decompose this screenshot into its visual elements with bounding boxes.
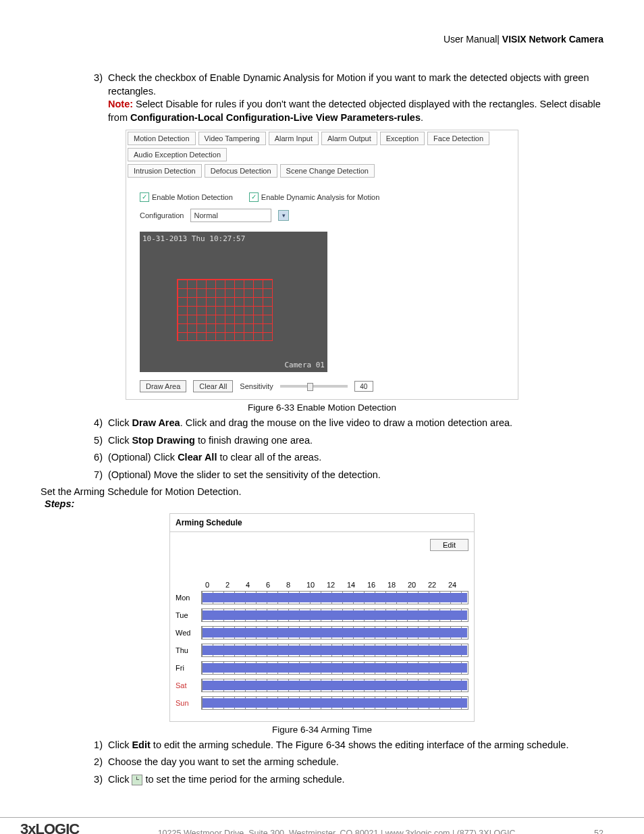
hour-tick: 18 <box>387 581 408 589</box>
schedule-bar[interactable] <box>201 679 468 692</box>
step-6-num: 6) <box>81 451 108 465</box>
schedule-bar[interactable] <box>201 644 468 657</box>
hour-tick: 12 <box>327 581 347 589</box>
tab-face-detection[interactable]: Face Detection <box>427 132 489 145</box>
page-footer: 3xLOGIC 10225 Westmoor Drive, Suite 300,… <box>0 818 644 834</box>
configuration-label: Configuration <box>140 211 184 219</box>
footer-address: 10225 Westmoor Drive, Suite 300, Westmin… <box>158 829 516 834</box>
header-left: User Manual| <box>444 34 500 45</box>
motion-area-grid <box>177 279 273 341</box>
enable-dynamic-label: Enable Dynamic Analysis for Motion <box>261 193 379 201</box>
day-label: Tue <box>176 611 201 619</box>
tab-alarm-output[interactable]: Alarm Output <box>321 132 377 145</box>
schedule-bar[interactable] <box>201 661 468 675</box>
chevron-down-icon[interactable]: ▾ <box>278 210 289 221</box>
day-label: Sun <box>176 699 201 707</box>
day-row-sat: Sat <box>176 677 468 694</box>
step-7-num: 7) <box>81 469 108 482</box>
step-4-content: Click Draw Area. Click and drag the mous… <box>108 417 603 430</box>
hour-tick: 24 <box>448 581 468 589</box>
day-row-fri: Fri <box>176 659 468 677</box>
schedule-bar[interactable] <box>201 591 468 604</box>
day-label: Mon <box>176 594 201 602</box>
hour-tick: 16 <box>367 581 387 589</box>
step-3-content: Check the checkbox of Enable Dynamic Ana… <box>108 72 603 124</box>
arming-schedule-panel: Arming Schedule Edit 0246810121416182022… <box>169 513 475 722</box>
arming-title: Arming Schedule <box>170 514 474 532</box>
hour-tick: 6 <box>266 581 286 589</box>
hour-tick: 0 <box>205 581 225 589</box>
hours-header: 024681012141618202224 <box>205 581 468 589</box>
tab-exception[interactable]: Exception <box>380 132 425 145</box>
day-label: Thu <box>176 646 201 654</box>
tab-intrusion-detection[interactable]: Intrusion Detection <box>128 164 202 178</box>
tab-row-1: Motion DetectionVideo TamperingAlarm Inp… <box>126 130 518 163</box>
hour-tick: 20 <box>408 581 428 589</box>
tab-scene-change-detection[interactable]: Scene Change Detection <box>280 164 375 178</box>
day-row-wed: Wed <box>176 624 468 642</box>
sensitivity-label: Sensitivity <box>240 382 273 390</box>
arm-step-2-num: 2) <box>81 756 108 769</box>
step-4-num: 4) <box>81 417 108 430</box>
enable-dynamic-checkbox[interactable]: ✓ <box>249 192 259 202</box>
hour-tick: 14 <box>347 581 367 589</box>
tab-alarm-input[interactable]: Alarm Input <box>269 132 319 145</box>
hour-tick: 22 <box>428 581 448 589</box>
arm-step-1-num: 1) <box>81 739 108 752</box>
edit-button[interactable]: Edit <box>430 539 468 551</box>
page-header: User Manual| VISIX Network Camera <box>41 34 603 45</box>
logo: 3xLOGIC <box>20 820 79 834</box>
hour-tick: 2 <box>225 581 246 589</box>
day-row-tue: Tue <box>176 606 468 624</box>
schedule-bar[interactable] <box>201 608 468 622</box>
video-timestamp: 10-31-2013 Thu 10:27:57 <box>142 234 245 243</box>
arm-step-3-num: 3) <box>81 773 108 787</box>
header-title: VISIX Network Camera <box>502 34 603 45</box>
day-row-sun: Sun <box>176 694 468 712</box>
day-label: Wed <box>176 629 201 637</box>
clock-icon <box>132 775 142 785</box>
sensitivity-value: 40 <box>354 381 373 392</box>
day-label: Sat <box>176 681 201 689</box>
day-row-thu: Thu <box>176 642 468 659</box>
camera-label: Camera 01 <box>284 361 325 369</box>
tab-audio-exception-detection[interactable]: Audio Exception Detection <box>128 148 227 161</box>
figure-2-caption: Figure 6-34 Arming Time <box>41 725 603 735</box>
tab-motion-detection[interactable]: Motion Detection <box>128 132 196 145</box>
draw-area-button[interactable]: Draw Area <box>140 380 186 392</box>
tab-video-tampering[interactable]: Video Tampering <box>198 132 266 145</box>
arm-step-1-content: Click Edit to edit the arming schedule. … <box>108 739 603 752</box>
configuration-select[interactable]: Normal <box>190 209 271 222</box>
step-5-num: 5) <box>81 434 108 448</box>
tab-row-2: Intrusion DetectionDefocus DetectionScen… <box>126 163 518 179</box>
steps-label: Steps: <box>45 498 603 509</box>
arm-step-2-content: Choose the day you want to set the armin… <box>108 756 603 769</box>
day-row-mon: Mon <box>176 589 468 606</box>
live-video-preview[interactable]: 10-31-2013 Thu 10:27:57 Camera 01 <box>140 232 327 372</box>
arm-step-3-content: Click to set the time period for the arm… <box>108 773 603 787</box>
hour-tick: 8 <box>286 581 306 589</box>
step-3-num: 3) <box>81 72 108 124</box>
page-number: 52 <box>594 829 603 834</box>
config-panel: Motion DetectionVideo TamperingAlarm Inp… <box>126 130 518 400</box>
enable-motion-checkbox[interactable]: ✓ <box>140 192 149 202</box>
step-5-content: Click Stop Drawing to finish drawing one… <box>108 434 603 448</box>
step-7-content: (Optional) Move the slider to set the se… <box>108 469 603 482</box>
figure-1-caption: Figure 6-33 Enable Motion Detection <box>41 402 603 413</box>
step-6-content: (Optional) Click Clear All to clear all … <box>108 451 603 465</box>
hour-tick: 10 <box>306 581 327 589</box>
days-grid: MonTueWedThuFriSatSun <box>176 589 468 712</box>
note-label: Note: <box>108 99 133 109</box>
clear-all-button[interactable]: Clear All <box>193 380 233 392</box>
schedule-bar[interactable] <box>201 626 468 640</box>
hour-tick: 4 <box>246 581 266 589</box>
schedule-bar[interactable] <box>201 696 468 710</box>
arming-header: Set the Arming Schedule for Motion Detec… <box>41 486 603 497</box>
tab-defocus-detection[interactable]: Defocus Detection <box>205 164 277 178</box>
enable-motion-label: Enable Motion Detection <box>152 193 233 201</box>
day-label: Fri <box>176 664 201 672</box>
sensitivity-slider[interactable] <box>280 385 348 388</box>
